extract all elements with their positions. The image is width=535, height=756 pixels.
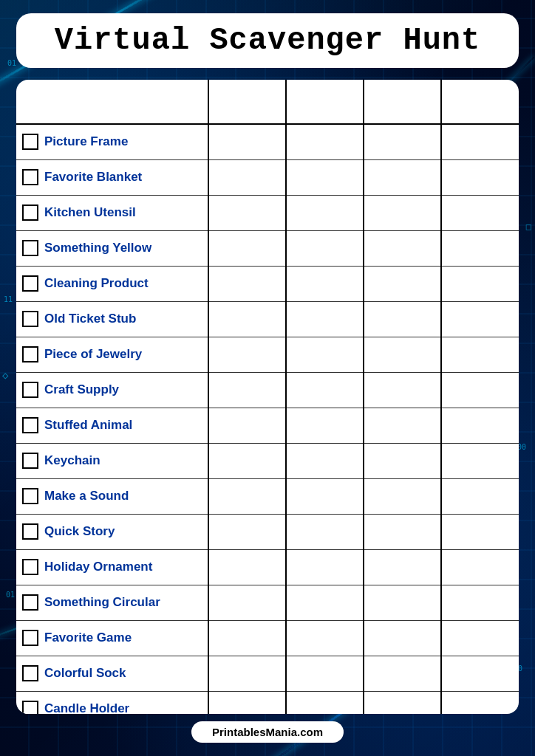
- item-cell: Colorful Sock: [16, 656, 208, 691]
- item-label: Something Yellow: [44, 241, 151, 255]
- item-label: Colorful Sock: [44, 666, 126, 681]
- col-cell-4: [441, 585, 519, 620]
- table-row: Something Circular: [16, 585, 519, 620]
- checkbox[interactable]: [22, 205, 38, 221]
- col-cell-3: [364, 585, 441, 620]
- checkbox[interactable]: [22, 488, 38, 504]
- item-cell: Stuffed Animal: [16, 408, 208, 443]
- table-row: Favorite Blanket: [16, 159, 519, 195]
- checkbox[interactable]: [22, 453, 38, 469]
- table-row: Stuffed Animal: [16, 408, 519, 443]
- col-cell-2: [286, 195, 364, 230]
- col-cell-2: [286, 301, 364, 337]
- table-row: Something Yellow: [16, 230, 519, 266]
- checkbox[interactable]: [22, 382, 38, 398]
- col-cell-1: [208, 124, 286, 159]
- checkbox[interactable]: [22, 346, 38, 362]
- item-label: Quick Story: [44, 524, 115, 539]
- checkbox[interactable]: [22, 701, 38, 714]
- checkbox[interactable]: [22, 630, 38, 646]
- col-2: [286, 80, 364, 124]
- col-cell-3: [364, 159, 441, 195]
- table-row: Picture Frame: [16, 124, 519, 159]
- table-row: Cleaning Product: [16, 266, 519, 301]
- checkbox[interactable]: [22, 275, 38, 292]
- col-cell-4: [441, 372, 519, 408]
- col-cell-3: [364, 301, 441, 337]
- col-cell-1: [208, 656, 286, 691]
- item-label: Favorite Game: [44, 630, 132, 645]
- checkbox[interactable]: [22, 169, 38, 185]
- col-cell-2: [286, 514, 364, 549]
- col-cell-4: [441, 549, 519, 585]
- item-cell: Piece of Jewelry: [16, 337, 208, 372]
- col-cell-1: [208, 301, 286, 337]
- table-row: Kitchen Utensil: [16, 195, 519, 230]
- col-cell-2: [286, 443, 364, 478]
- checkbox[interactable]: [22, 523, 38, 540]
- checkbox[interactable]: [22, 134, 38, 150]
- item-label: Make a Sound: [44, 489, 129, 504]
- item-label: Old Ticket Stub: [44, 312, 136, 326]
- col-cell-2: [286, 408, 364, 443]
- item-label: Favorite Blanket: [44, 170, 142, 185]
- table-row: Colorful Sock: [16, 656, 519, 691]
- item-cell: Kitchen Utensil: [16, 195, 208, 230]
- table-row: Quick Story: [16, 514, 519, 549]
- item-label: Keychain: [44, 453, 100, 468]
- col-cell-4: [441, 691, 519, 714]
- col-cell-1: [208, 159, 286, 195]
- col-cell-3: [364, 656, 441, 691]
- col-cell-3: [364, 620, 441, 656]
- table-row: Make a Sound: [16, 478, 519, 514]
- item-cell: Candle Holder: [16, 691, 208, 714]
- col-cell-1: [208, 478, 286, 514]
- item-cell: Favorite Blanket: [16, 159, 208, 195]
- col-cell-4: [441, 656, 519, 691]
- col-cell-3: [364, 443, 441, 478]
- col-cell-1: [208, 620, 286, 656]
- col-cell-4: [441, 408, 519, 443]
- table-row: Candle Holder: [16, 691, 519, 714]
- col-cell-1: [208, 585, 286, 620]
- checkbox[interactable]: [22, 240, 38, 256]
- item-label: Holiday Ornament: [44, 560, 152, 574]
- col-cell-2: [286, 585, 364, 620]
- item-cell: Old Ticket Stub: [16, 301, 208, 337]
- col-cell-3: [364, 372, 441, 408]
- col-cell-1: [208, 195, 286, 230]
- title-box: Virtual Scavenger Hunt: [16, 13, 519, 68]
- item-cell: Something Yellow: [16, 230, 208, 266]
- scavenger-table: Picture FrameFavorite BlanketKitchen Ute…: [16, 80, 519, 714]
- col-cell-2: [286, 230, 364, 266]
- col-cell-3: [364, 230, 441, 266]
- col-cell-4: [441, 620, 519, 656]
- checkbox[interactable]: [22, 594, 38, 611]
- col-cell-2: [286, 337, 364, 372]
- col-cell-4: [441, 301, 519, 337]
- col-cell-3: [364, 124, 441, 159]
- checkbox[interactable]: [22, 559, 38, 575]
- col-cell-2: [286, 266, 364, 301]
- item-cell: Picture Frame: [16, 124, 208, 159]
- checkbox[interactable]: [22, 665, 38, 681]
- col-cell-3: [364, 195, 441, 230]
- col-cell-3: [364, 691, 441, 714]
- col-cell-1: [208, 408, 286, 443]
- item-cell: Holiday Ornament: [16, 549, 208, 585]
- item-cell: Favorite Game: [16, 620, 208, 656]
- col-cell-2: [286, 372, 364, 408]
- col-cell-3: [364, 514, 441, 549]
- col-cell-2: [286, 549, 364, 585]
- col-cell-1: [208, 691, 286, 714]
- col-cell-1: [208, 372, 286, 408]
- checkbox[interactable]: [22, 311, 38, 327]
- item-cell: Make a Sound: [16, 478, 208, 514]
- checkbox[interactable]: [22, 417, 38, 433]
- col-cell-4: [441, 478, 519, 514]
- col-cell-1: [208, 337, 286, 372]
- col-cell-4: [441, 266, 519, 301]
- table-row: Craft Supply: [16, 372, 519, 408]
- col-cell-3: [364, 549, 441, 585]
- col-cell-4: [441, 337, 519, 372]
